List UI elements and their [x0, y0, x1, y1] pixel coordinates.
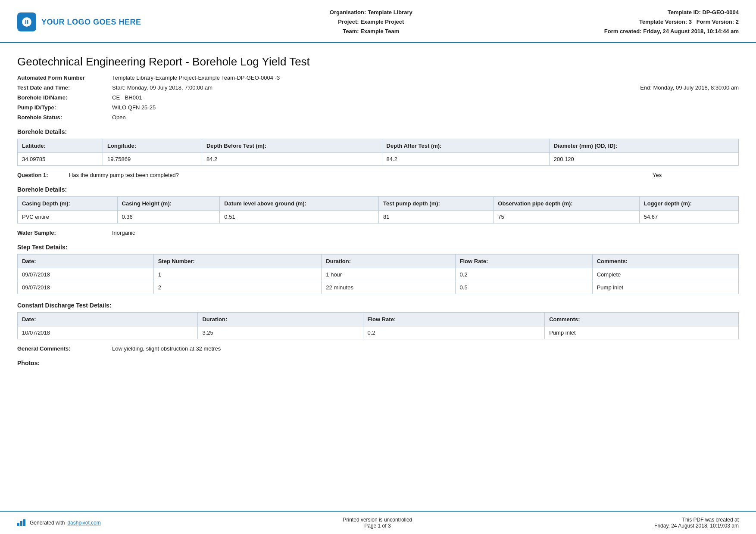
water-sample-label: Water Sample: [17, 230, 112, 236]
borehole-status-label: Borehole Status: [17, 114, 112, 121]
test-date-start: Start: Monday, 09 July 2018, 7:00:00 am [112, 84, 614, 91]
borehole-status-value: Open [112, 114, 126, 121]
cell-depth-after: 84.2 [382, 153, 549, 166]
step-test-table: Date: Step Number: Duration: Flow Rate: … [17, 254, 739, 294]
cell-step-flow-rate-2: 0.5 [455, 281, 592, 294]
general-comments-label: General Comments: [17, 345, 112, 352]
main-content: Geotechnical Engineering Report - Boreho… [0, 43, 756, 384]
logo-icon [17, 12, 36, 31]
general-comments-value: Low yielding, slight obstruction at 32 m… [112, 345, 221, 352]
cell-cd-date: 10/07/2018 [18, 326, 198, 339]
template-id-row: Template ID: DP-GEO-0004 [601, 8, 739, 17]
col-obs-pipe-depth: Observation pipe depth (m): [494, 197, 639, 211]
test-date-row: Test Date and Time: Start: Monday, 09 Ju… [17, 84, 739, 91]
pump-id-row: Pump ID/Type: WILO QFN 25-25 [17, 104, 739, 111]
template-version-row: Template Version: 3 Form Version: 2 [601, 17, 739, 27]
borehole-details-2-table: Casing Depth (m): Casing Height (m): Dat… [17, 196, 739, 224]
pump-id-label: Pump ID/Type: [17, 104, 112, 111]
step-test-header-row: Date: Step Number: Duration: Flow Rate: … [18, 255, 739, 268]
water-sample-value: Inorganic [112, 230, 135, 236]
col-test-pump-depth: Test pump depth (m): [378, 197, 493, 211]
borehole-details-1-table: Latitude: Longitude: Depth Before Test (… [17, 139, 739, 166]
borehole-details-1-data-row: 34.09785 19.75869 84.2 84.2 200.120 [18, 153, 739, 166]
header-right: Template ID: DP-GEO-0004 Template Versio… [601, 8, 739, 36]
form-created-label: Form created: [604, 28, 642, 34]
header-team: Team: Example Team [141, 27, 601, 36]
borehole-details-2-data-row: PVC entire 0.36 0.51 81 75 54.67 [18, 211, 739, 224]
footer-dashpivot-link[interactable]: dashpivot.com [67, 520, 100, 526]
col-cd-date: Date: [18, 313, 198, 326]
footer-generated-text: Generated with [30, 520, 65, 526]
cell-diameter: 200.120 [549, 153, 738, 166]
borehole-details-1-title: Borehole Details: [17, 128, 739, 135]
org-label: Organisation: [330, 9, 366, 16]
photos-label: Photos: [17, 360, 739, 366]
step-test-title: Step Test Details: [17, 244, 739, 251]
question1-text: Has the dummy pump test been completed? [69, 172, 653, 178]
borehole-id-label: Borehole ID/Name: [17, 94, 112, 101]
constant-discharge-table: Date: Duration: Flow Rate: Comments: 10/… [17, 312, 739, 339]
form-created-value: Friday, 24 August 2018, 10:14:44 am [643, 28, 739, 34]
report-title: Geotechnical Engineering Report - Boreho… [17, 55, 739, 68]
borehole-id-value: CE - BH001 [112, 94, 142, 101]
cell-latitude: 34.09785 [18, 153, 103, 166]
col-longitude: Longitude: [103, 139, 202, 153]
auto-form-number-row: Automated Form Number Template Library-E… [17, 75, 739, 81]
auto-form-label: Automated Form Number [17, 75, 112, 81]
cell-longitude: 19.75869 [103, 153, 202, 166]
col-step-date: Date: [18, 255, 154, 268]
cell-depth-before: 84.2 [202, 153, 382, 166]
page-header: YOUR LOGO GOES HERE Organisation: Templa… [0, 0, 756, 43]
pump-id-value: WILO QFN 25-25 [112, 104, 156, 111]
col-cd-comments: Comments: [545, 313, 739, 326]
borehole-details-2-title: Borehole Details: [17, 186, 739, 193]
question1-answer: Yes [653, 172, 739, 178]
col-latitude: Latitude: [18, 139, 103, 153]
general-comments-row: General Comments: Low yielding, slight o… [17, 345, 739, 352]
constant-discharge-title: Constant Discharge Test Details: [17, 302, 739, 309]
col-cd-flow-rate: Flow Rate: [363, 313, 545, 326]
col-cd-duration: Duration: [198, 313, 363, 326]
cell-cd-flow-rate: 0.2 [363, 326, 545, 339]
borehole-id-row: Borehole ID/Name: CE - BH001 [17, 94, 739, 101]
col-logger-depth: Logger depth (m): [639, 197, 738, 211]
team-label: Team: [343, 28, 359, 34]
col-datum-level: Datum level above ground (m): [220, 197, 379, 211]
water-sample-row: Water Sample: Inorganic [17, 230, 739, 236]
cell-step-number-2: 2 [153, 281, 322, 294]
col-step-flow-rate: Flow Rate: [455, 255, 592, 268]
page-footer: Generated with dashpivot.com Printed ver… [0, 511, 756, 534]
test-date-end: End: Monday, 09 July 2018, 8:30:00 am [640, 84, 739, 91]
form-version-label: Form Version: [697, 19, 734, 25]
col-casing-depth: Casing Depth (m): [18, 197, 118, 211]
col-depth-after: Depth After Test (m): [382, 139, 549, 153]
cell-casing-height: 0.36 [117, 211, 220, 224]
cell-obs-pipe-depth: 75 [494, 211, 639, 224]
cell-datum-level: 0.51 [220, 211, 379, 224]
footer-page: Page 1 of 3 [343, 523, 412, 529]
form-created-row: Form created: Friday, 24 August 2018, 10… [601, 27, 739, 36]
col-diameter: Diameter (mm) [OD, ID]: [549, 139, 738, 153]
cell-logger-depth: 54.67 [639, 211, 738, 224]
template-version-value: 3 [689, 19, 692, 25]
template-id-label: Template ID: [668, 9, 701, 16]
footer-created-date: Friday, 24 August 2018, 10:19:03 am [654, 523, 739, 529]
table-row: 09/07/2018 1 1 hour 0.2 Complete [18, 268, 739, 281]
col-step-duration: Duration: [322, 255, 455, 268]
cell-step-duration-1: 1 hour [322, 268, 455, 281]
col-step-comments: Comments: [592, 255, 738, 268]
footer-right: This PDF was created at Friday, 24 Augus… [654, 517, 739, 529]
cell-step-number-1: 1 [153, 268, 322, 281]
auto-form-value: Template Library-Example Project-Example… [112, 75, 280, 81]
cell-cd-duration: 3.25 [198, 326, 363, 339]
cell-step-comments-1: Complete [592, 268, 738, 281]
question1-label: Question 1: [17, 172, 69, 178]
table-row: 09/07/2018 2 22 minutes 0.5 Pump inlet [18, 281, 739, 294]
footer-center: Printed version is uncontrolled Page 1 o… [343, 517, 412, 529]
cell-step-date-1: 09/07/2018 [18, 268, 154, 281]
col-casing-height: Casing Height (m): [117, 197, 220, 211]
borehole-status-row: Borehole Status: Open [17, 114, 739, 121]
col-depth-before: Depth Before Test (m): [202, 139, 382, 153]
project-label: Project: [338, 19, 359, 25]
footer-uncontrolled: Printed version is uncontrolled [343, 517, 412, 523]
